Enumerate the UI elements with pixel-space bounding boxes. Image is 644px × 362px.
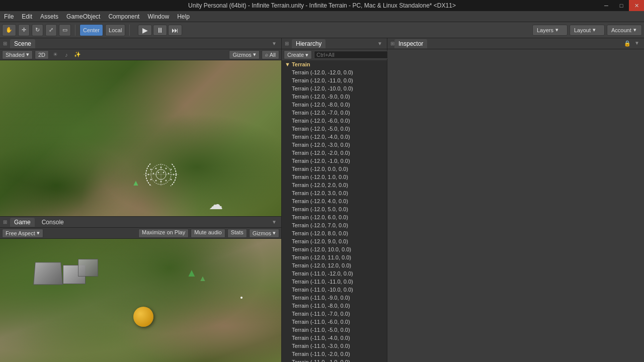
menu-help[interactable]: Help: [173, 12, 194, 21]
console-tab[interactable]: Console: [38, 218, 68, 227]
terrain-background: ▲ ▲ ▲ ▲ ☁: [0, 60, 281, 216]
hierarchy-item[interactable]: Terrain (-12.0, -5.0, 0.0): [282, 125, 387, 133]
hierarchy-item[interactable]: Terrain (-11.0, -1.0, 0.0): [282, 358, 387, 362]
hierarchy-item[interactable]: Terrain (-12.0, 4.0, 0.0): [282, 197, 387, 205]
account-dropdown[interactable]: Account ▾: [607, 25, 642, 36]
hierarchy-item[interactable]: Terrain (-11.0, -9.0, 0.0): [282, 294, 387, 302]
hierarchy-item[interactable]: Terrain (-11.0, -2.0, 0.0): [282, 350, 387, 358]
hierarchy-search-input[interactable]: [314, 51, 388, 59]
hierarchy-item[interactable]: Terrain (-12.0, 9.0, 0.0): [282, 237, 387, 245]
shaded-label: Shaded: [6, 52, 25, 58]
hierarchy-item[interactable]: Terrain (-12.0, 1.0, 0.0): [282, 173, 387, 181]
hierarchy-item[interactable]: ▼ Terrain: [282, 60, 387, 68]
light-toggle[interactable]: ☀: [51, 50, 60, 59]
hierarchy-item[interactable]: Terrain (-12.0, 12.0, 0.0): [282, 261, 387, 269]
layout-label: Layout: [574, 27, 591, 33]
move-tool[interactable]: ✛: [18, 24, 30, 36]
hierarchy-item[interactable]: Terrain (-11.0, -11.0, 0.0): [282, 278, 387, 286]
audio-toggle[interactable]: ♪: [62, 50, 71, 59]
shaded-dropdown[interactable]: Shaded ▾: [2, 50, 33, 59]
hierarchy-item[interactable]: Terrain (-12.0, 6.0, 0.0): [282, 213, 387, 221]
left-panel: ⊞ Scene ▼ Shaded ▾ 2D ☀ ♪ ✨: [0, 38, 282, 362]
hierarchy-item[interactable]: Terrain (-12.0, -9.0, 0.0): [282, 93, 387, 101]
hierarchy-item[interactable]: Terrain (-11.0, -5.0, 0.0): [282, 326, 387, 334]
menu-window[interactable]: Window: [143, 12, 173, 21]
aspect-dropdown[interactable]: Free Aspect ▾: [2, 229, 43, 238]
center-toggle[interactable]: Center: [79, 24, 103, 36]
title-bar: Unity Personal (64bit) - Infinite Terrai…: [0, 0, 644, 11]
hierarchy-item[interactable]: Terrain (-11.0, -3.0, 0.0): [282, 342, 387, 350]
hierarchy-item[interactable]: Terrain (-11.0, -12.0, 0.0): [282, 269, 387, 278]
game-gizmos-chevron-icon: ▾: [273, 230, 276, 236]
hierarchy-item[interactable]: Terrain (-12.0, 2.0, 0.0): [282, 181, 387, 189]
2d-toggle[interactable]: 2D: [35, 50, 49, 59]
rect-tool[interactable]: ▭: [59, 24, 71, 36]
hierarchy-item[interactable]: Terrain (-11.0, -7.0, 0.0): [282, 310, 387, 318]
game-view: ⊞ Game Console ▼ Free Aspect ▾ Maximize …: [0, 216, 281, 362]
scene-tab[interactable]: Scene: [10, 39, 35, 48]
all-dropdown[interactable]: ⌕ All: [262, 50, 279, 59]
inspector-lock-icon[interactable]: 🔒: [623, 39, 632, 48]
hierarchy-collapse-button[interactable]: ▼: [376, 40, 384, 48]
inspector-tab[interactable]: Inspector: [394, 39, 427, 48]
hierarchy-item[interactable]: Terrain (-12.0, -4.0, 0.0): [282, 133, 387, 141]
hierarchy-item[interactable]: Terrain (-12.0, -7.0, 0.0): [282, 109, 387, 117]
hierarchy-item[interactable]: Terrain (-12.0, -11.0, 0.0): [282, 76, 387, 84]
game-canvas[interactable]: ▲ ▲ lynda.com: [0, 239, 281, 362]
game-tab[interactable]: Game: [10, 218, 35, 227]
hierarchy-item[interactable]: Terrain (-12.0, 0.0, 0.0): [282, 165, 387, 173]
svg-point-16: [150, 179, 152, 180]
inspector-collapse-button[interactable]: ▼: [633, 39, 641, 47]
hierarchy-item[interactable]: Terrain (-11.0, -8.0, 0.0): [282, 302, 387, 310]
game-gizmos-dropdown[interactable]: Gizmos ▾: [249, 229, 279, 238]
hierarchy-item[interactable]: Terrain (-12.0, 11.0, 0.0): [282, 253, 387, 261]
maximize-button[interactable]: □: [614, 0, 629, 11]
menu-gameobject[interactable]: GameObject: [62, 12, 104, 21]
hierarchy-item[interactable]: Terrain (-12.0, 10.0, 0.0): [282, 245, 387, 253]
hierarchy-item[interactable]: Terrain (-12.0, -8.0, 0.0): [282, 101, 387, 109]
layers-dropdown[interactable]: Layers ▾: [532, 25, 568, 36]
effects-toggle[interactable]: ✨: [73, 50, 82, 59]
rotate-tool[interactable]: ↻: [32, 24, 43, 36]
layout-dropdown[interactable]: Layout ▾: [570, 25, 605, 36]
scale-tool[interactable]: ⤢: [45, 24, 57, 36]
svg-point-18: [160, 181, 162, 183]
window-controls: ─ □ ✕: [599, 0, 644, 11]
minimize-button[interactable]: ─: [599, 0, 614, 11]
play-button[interactable]: ▶: [138, 25, 152, 36]
hierarchy-item[interactable]: Terrain (-12.0, -12.0, 0.0): [282, 68, 387, 76]
menu-component[interactable]: Component: [104, 12, 143, 21]
mute-audio-button[interactable]: Mute audio: [191, 229, 225, 238]
maximize-on-play-button[interactable]: Maximize on Play: [138, 229, 189, 238]
hierarchy-item[interactable]: Terrain (-12.0, 5.0, 0.0): [282, 205, 387, 213]
separator-1: [75, 25, 75, 36]
pause-button[interactable]: ⏸: [153, 25, 167, 36]
hand-tool[interactable]: ✋: [2, 24, 16, 36]
hierarchy-item[interactable]: Terrain (-12.0, -2.0, 0.0): [282, 149, 387, 157]
hierarchy-item[interactable]: Terrain (-11.0, -10.0, 0.0): [282, 286, 387, 294]
hierarchy-tab[interactable]: Hierarchy: [292, 39, 326, 48]
gizmos-dropdown[interactable]: Gizmos ▾: [229, 50, 259, 59]
hierarchy-item[interactable]: Terrain (-12.0, -10.0, 0.0): [282, 84, 387, 93]
hierarchy-item[interactable]: Terrain (-12.0, 7.0, 0.0): [282, 221, 387, 229]
menu-edit[interactable]: Edit: [18, 12, 36, 21]
close-button[interactable]: ✕: [629, 0, 644, 11]
stats-button[interactable]: Stats: [227, 229, 247, 238]
local-toggle[interactable]: Local: [105, 24, 125, 36]
menu-assets[interactable]: Assets: [36, 12, 62, 21]
menu-file[interactable]: File: [0, 12, 18, 21]
scene-collapse-button[interactable]: ▼: [270, 40, 278, 48]
step-button[interactable]: ⏭: [168, 25, 182, 36]
hierarchy-create-button[interactable]: Create ▾: [284, 50, 312, 59]
hierarchy-item[interactable]: Terrain (-12.0, -6.0, 0.0): [282, 117, 387, 125]
hierarchy-item[interactable]: Terrain (-12.0, -3.0, 0.0): [282, 141, 387, 149]
hierarchy-item[interactable]: Terrain (-12.0, 3.0, 0.0): [282, 189, 387, 197]
scene-canvas[interactable]: ▲ ▲ ▲ ▲ ☁: [0, 60, 281, 216]
layers-chevron-icon: ▾: [555, 27, 558, 33]
hierarchy-item[interactable]: Terrain (-12.0, 8.0, 0.0): [282, 229, 387, 237]
game-collapse-button[interactable]: ▼: [270, 218, 278, 226]
hierarchy-item[interactable]: Terrain (-11.0, -6.0, 0.0): [282, 318, 387, 326]
hierarchy-item[interactable]: Terrain (-12.0, -1.0, 0.0): [282, 157, 387, 165]
hierarchy-item[interactable]: Terrain (-11.0, -4.0, 0.0): [282, 334, 387, 342]
separator-2: [129, 25, 130, 36]
